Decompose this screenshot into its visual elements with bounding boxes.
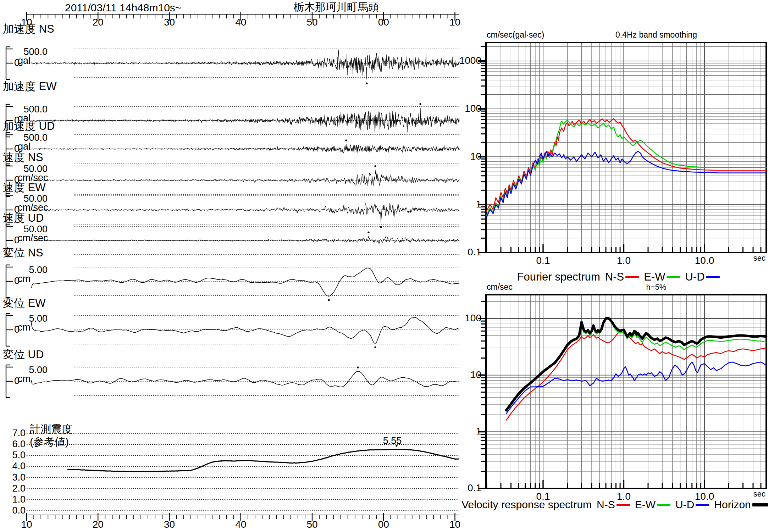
top-time-axis-tick-label: 30 <box>159 17 180 27</box>
trace-unit-disp-ud: cm <box>18 374 31 384</box>
vrs-legend-swatch-n-s <box>617 504 630 506</box>
top-time-axis-tick-label: 00 <box>373 17 394 27</box>
top-time-axis-tick-label: 40 <box>230 17 251 27</box>
vrs-y-tick-label: 0.1 <box>449 483 481 493</box>
trace-title-acc-ns: 加速度 NS <box>3 23 54 35</box>
top-time-axis-tick-label: 20 <box>87 17 109 27</box>
trace-unit-disp-ew: cm <box>18 322 31 332</box>
labels-layer: 2011/03/11 14h48m10s~ 栃木那珂川町馬頭 計測震度 (参考値… <box>0 0 774 532</box>
fourier-smoothing-note: 0.4Hz band smoothing <box>599 31 713 39</box>
trace-title-vel-ud: 速度 UD <box>3 212 44 224</box>
vrs-legend-title: Velocity response spectrum <box>461 499 592 511</box>
trace-zero-disp-ew: 0 <box>14 325 20 334</box>
trace-title-disp-ud: 変位 UD <box>3 349 44 361</box>
vrs-x-tick-label: 0.1 <box>527 491 559 501</box>
vrs-legend-swatch-horizon <box>752 503 768 506</box>
fourier-x-tick-label: 10.0 <box>689 255 720 266</box>
trace-zero-acc-ns: 0 <box>14 58 20 68</box>
fourier-legend-label-u-d: U-D <box>685 271 704 283</box>
vrs-legend-swatch-u-d <box>696 504 709 506</box>
fourier-x-unit: sec <box>741 254 765 262</box>
intensity-y-tick-label: 0.0 <box>4 505 26 515</box>
trace-unit-vel-ud: cm/sec <box>18 233 48 243</box>
fourier-legend: Fourier spectrumN-SE-WU-D <box>472 271 770 283</box>
recording-datetime: 2011/03/11 14h48m10s~ <box>65 2 181 13</box>
trace-zero-disp-ns: 0 <box>14 276 20 286</box>
fourier-y-tick-label: 100 <box>449 103 481 113</box>
fourier-y-tick-label: 0.1 <box>449 247 481 257</box>
bottom-time-axis-tick-label: 10 <box>444 519 466 530</box>
bottom-time-axis-tick-label: 00 <box>373 519 394 530</box>
fourier-y-tick-label: 1000 <box>449 55 481 66</box>
bottom-time-axis-tick-label: 40 <box>230 519 251 530</box>
bottom-time-axis-tick-label: 20 <box>87 519 109 530</box>
fourier-legend-label-e-w: E-W <box>644 271 665 283</box>
trace-title-disp-ns: 変位 NS <box>3 247 43 259</box>
vrs-y-tick-label: 100 <box>449 313 481 323</box>
intensity-y-tick-label: 7.0 <box>4 428 26 438</box>
trace-unit-acc-ud: gal <box>18 142 31 151</box>
intensity-y-tick-label: 4.0 <box>4 461 26 471</box>
intensity-y-tick-label: 2.0 <box>4 483 26 493</box>
trace-unit-disp-ns: cm <box>18 274 31 284</box>
trace-zero-disp-ud: 0 <box>14 376 20 386</box>
bottom-time-axis-tick-label: 30 <box>159 519 180 530</box>
intensity-label-line2: (参考値) <box>30 436 69 448</box>
trace-title-vel-ns: 速度 NS <box>3 152 43 164</box>
vrs-legend-swatch-e-w <box>657 504 670 506</box>
fourier-x-tick-label: 1.0 <box>608 255 640 266</box>
bottom-time-axis-tick-label: 50 <box>302 519 323 530</box>
top-time-axis-tick-label: 50 <box>302 17 323 27</box>
intensity-y-tick-label: 3.0 <box>4 472 26 482</box>
bottom-time-axis-tick-label: 10 <box>16 519 37 530</box>
fourier-y-tick-label: 1 <box>449 199 481 209</box>
fourier-y-tick-label: 10 <box>449 151 481 161</box>
vrs-y-tick-label: 1 <box>449 426 481 436</box>
intensity-label-line1: 計測震度 <box>30 423 72 435</box>
trace-unit-vel-ew: cm/sec <box>18 203 48 212</box>
top-time-axis-tick-label: 10 <box>444 17 466 27</box>
trace-title-acc-ew: 加速度 EW <box>3 81 57 93</box>
trace-title-vel-ew: 速度 EW <box>3 182 46 194</box>
intensity-y-tick-label: 5.0 <box>4 450 26 460</box>
fourier-y-unit: cm/sec(gal·sec) <box>487 31 544 39</box>
seismograph-page: 2011/03/11 14h48m10s~ 栃木那珂川町馬頭 計測震度 (参考値… <box>0 0 774 532</box>
trace-title-acc-ud: 加速度 UD <box>3 121 55 132</box>
trace-zero-vel-ud: 0 <box>14 235 20 245</box>
fourier-legend-swatch-u-d <box>706 276 720 278</box>
vrs-x-tick-label: 10.0 <box>689 491 720 501</box>
intensity-peak-value: 5.55 <box>372 436 412 446</box>
fourier-legend-title: Fourier spectrum <box>517 271 600 283</box>
vrs-y-tick-label: 10 <box>449 370 481 380</box>
fourier-legend-swatch-n-s <box>625 276 639 278</box>
intensity-y-tick-label: 1.0 <box>4 494 26 504</box>
vrs-x-unit: sec <box>741 490 765 498</box>
fourier-x-tick-label: 0.1 <box>527 255 559 266</box>
trace-unit-acc-ns: gal <box>18 56 31 66</box>
fourier-legend-swatch-e-w <box>667 276 680 278</box>
station-name: 栃木那珂川町馬頭 <box>294 1 379 13</box>
vrs-damping-note: h=5% <box>599 283 713 291</box>
fourier-legend-label-n-s: N-S <box>605 271 624 283</box>
trace-title-disp-ew: 変位 EW <box>3 298 46 309</box>
vrs-x-tick-label: 1.0 <box>608 491 640 501</box>
intensity-y-tick-label: 6.0 <box>4 439 26 449</box>
vrs-y-unit: cm/sec <box>487 283 513 291</box>
